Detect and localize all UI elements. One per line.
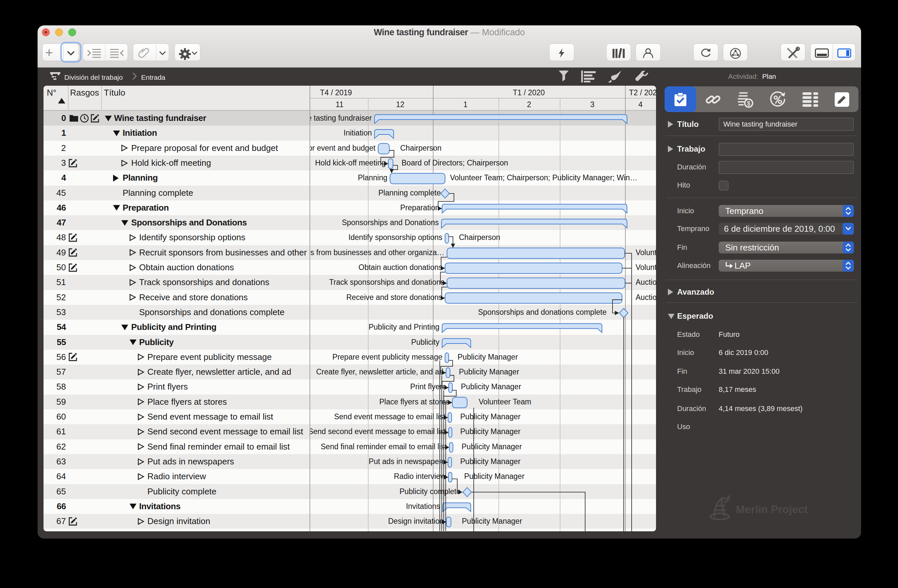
svg-text:$: $	[747, 100, 750, 107]
